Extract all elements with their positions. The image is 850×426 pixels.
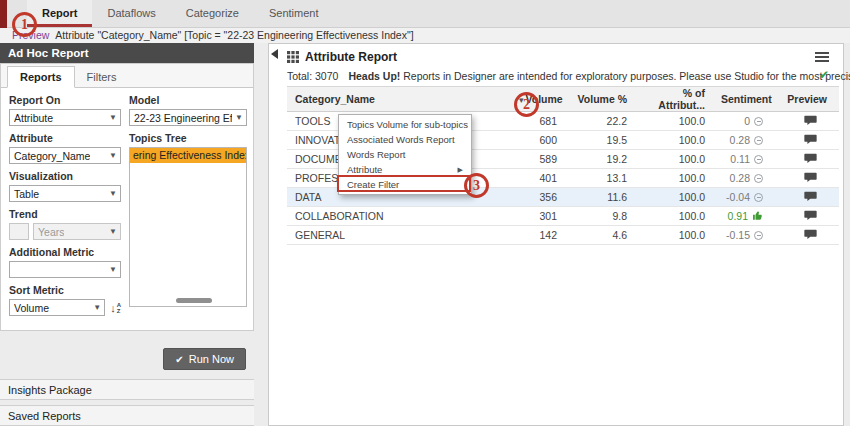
panel-body: Reports Filters Report On Attribute▼ Att… — [0, 63, 254, 331]
sort-az-icon[interactable]: ↓AZ — [110, 302, 121, 314]
sort-metric-label: Sort Metric — [9, 284, 121, 296]
category-cell[interactable]: COLLABORATION — [287, 207, 511, 226]
volume-pct-cell: 11.6 — [565, 188, 635, 207]
ad-hoc-report-panel: Ad Hoc Report Reports Filters Report On … — [0, 43, 254, 426]
volume-pct-cell: 4.6 — [565, 226, 635, 245]
menu-item-words-report[interactable]: Words Report — [339, 147, 471, 162]
preview-cell[interactable] — [771, 169, 839, 188]
report-on-select[interactable]: Attribute▼ — [9, 109, 121, 126]
menu-icon[interactable] — [815, 52, 829, 62]
volume-pct-cell: 22.2 — [565, 112, 635, 131]
chevron-down-icon: ▼ — [93, 303, 101, 312]
header-sentiment[interactable]: Sentiment — [713, 87, 771, 112]
attr-pct-cell: 100.0 — [635, 207, 713, 226]
comment-icon[interactable] — [804, 172, 817, 183]
check-icon — [175, 353, 188, 365]
neutral-sentiment-icon — [754, 155, 763, 164]
table-row[interactable]: COLLABORATION 301 9.8 100.0 0.91 — [287, 207, 839, 226]
panel-title: Ad Hoc Report — [0, 43, 254, 63]
sentiment-value: 0 — [744, 115, 750, 127]
comment-icon[interactable] — [804, 229, 817, 240]
sentiment-value: 0.91 — [728, 210, 748, 222]
volume-cell: 401 — [511, 169, 565, 188]
annotation-circle-2: 2 — [514, 92, 539, 117]
comment-icon[interactable] — [804, 210, 817, 221]
tab-sentiment[interactable]: Sentiment — [254, 0, 334, 27]
volume-cell: 301 — [511, 207, 565, 226]
horizontal-scrollbar[interactable] — [176, 298, 212, 303]
menu-item-topics-volume[interactable]: Topics Volume for sub-topics — [339, 117, 471, 132]
sort-metric-select[interactable]: Volume▼ — [9, 299, 105, 316]
sentiment-cell: -0.04 — [713, 188, 771, 207]
neutral-sentiment-icon — [754, 136, 763, 145]
volume-pct-cell: 19.2 — [565, 150, 635, 169]
preview-cell[interactable] — [771, 131, 839, 150]
annotation-rect-create-filter — [337, 175, 471, 192]
topics-tree-label: Topics Tree — [129, 132, 247, 144]
header-attr-pct[interactable]: % of Attribut... — [635, 87, 713, 112]
breadcrumb-path: Attribute "Category_Name" [Topic = "22-2… — [55, 29, 413, 41]
tab-filters[interactable]: Filters — [75, 67, 129, 87]
neutral-sentiment-icon — [754, 174, 763, 183]
annotation-circle-3: 3 — [464, 173, 489, 198]
section-saved-reports[interactable]: Saved Reports — [0, 405, 254, 426]
volume-pct-cell: 9.8 — [565, 207, 635, 226]
preview-cell[interactable] — [771, 150, 839, 169]
preview-cell[interactable] — [771, 226, 839, 245]
section-insights-package[interactable]: Insights Package — [0, 379, 254, 400]
trend-unit-select[interactable]: Years▼ — [33, 223, 121, 240]
neutral-sentiment-icon — [754, 117, 763, 126]
visualization-select[interactable]: Table▼ — [9, 185, 121, 202]
sentiment-cell: -0.15 — [713, 226, 771, 245]
attr-pct-cell: 100.0 — [635, 188, 713, 207]
trend-label: Trend — [9, 208, 121, 220]
attribute-select[interactable]: Category_Name▼ — [9, 147, 121, 164]
attribute-report-panel: Attribute Report Total: 3070Heads Up! Re… — [268, 43, 844, 426]
comment-icon[interactable] — [804, 134, 817, 145]
sentiment-cell: 0.91 — [713, 207, 771, 226]
collapse-panel-icon[interactable] — [271, 49, 278, 59]
breadcrumb: PreviewAttribute "Category_Name" [Topic … — [0, 28, 850, 43]
sentiment-value: -0.04 — [726, 191, 750, 203]
tab-categorize[interactable]: Categorize — [171, 0, 254, 27]
topics-tree-selected-item[interactable]: ering Effectiveness Index — [130, 148, 246, 163]
sentiment-cell: 0.11 — [713, 150, 771, 169]
header-volume-pct[interactable]: Volume % — [565, 87, 635, 112]
chevron-down-icon: ▼ — [109, 151, 117, 160]
header-category-name[interactable]: Category_Name — [287, 87, 511, 112]
model-select[interactable]: 22-23 Engineering Effectiv▼ — [129, 109, 247, 126]
sentiment-value: 0.11 — [730, 153, 750, 165]
tab-dataflows[interactable]: Dataflows — [92, 0, 170, 27]
top-nav: Report Dataflows Categorize Sentiment — [0, 0, 850, 28]
volume-pct-cell: 13.1 — [565, 169, 635, 188]
attr-pct-cell: 100.0 — [635, 169, 713, 188]
trend-value-input[interactable] — [9, 223, 29, 240]
thumbs-up-icon — [752, 210, 763, 221]
category-cell[interactable]: GENERAL — [287, 226, 511, 245]
table-header-row: Category_Name ▾Volume Volume % % of Attr… — [287, 87, 839, 112]
attr-pct-cell: 100.0 — [635, 226, 713, 245]
header-preview[interactable]: Preview — [771, 87, 839, 112]
comment-icon[interactable] — [804, 153, 817, 164]
topics-tree: ering Effectiveness Index — [129, 147, 247, 307]
comment-icon[interactable] — [804, 115, 817, 126]
sentiment-cell: 0.28 — [713, 169, 771, 188]
run-now-button[interactable]: Run Now — [163, 348, 246, 370]
chevron-down-icon: ▼ — [109, 113, 117, 122]
menu-item-associated-words[interactable]: Associated Words Report — [339, 132, 471, 147]
sentiment-value: 0.28 — [730, 172, 750, 184]
sentiment-value: -0.15 — [726, 229, 750, 241]
comment-icon[interactable] — [804, 191, 817, 202]
preview-cell[interactable] — [771, 188, 839, 207]
report-title: Attribute Report — [305, 50, 397, 64]
sentiment-cell: 0.28 — [713, 131, 771, 150]
preview-cell[interactable] — [771, 112, 839, 131]
additional-metric-select[interactable]: ▼ — [9, 261, 121, 278]
chevron-down-icon: ▼ — [109, 265, 117, 274]
preview-cell[interactable] — [771, 207, 839, 226]
tab-reports[interactable]: Reports — [7, 66, 75, 88]
table-row[interactable]: GENERAL 142 4.6 100.0 -0.15 — [287, 226, 839, 245]
neutral-sentiment-icon — [754, 231, 763, 240]
sentiment-cell: 0 — [713, 112, 771, 131]
top-tabs: Report Dataflows Categorize Sentiment — [27, 0, 333, 27]
